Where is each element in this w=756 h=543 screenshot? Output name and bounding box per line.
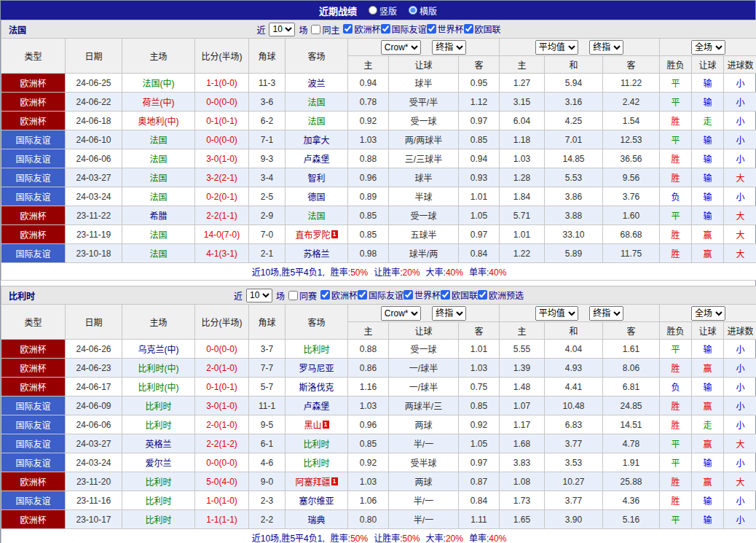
competition-filter[interactable]: 欧国联: [441, 289, 478, 301]
competition-checkbox[interactable]: [358, 290, 367, 300]
home-team[interactable]: 法国: [149, 249, 167, 259]
match-score[interactable]: 5-0(4-0): [206, 477, 237, 487]
competition-type[interactable]: 国际友谊: [1, 130, 66, 149]
match-score[interactable]: 14-0(7-0): [204, 230, 240, 240]
away-team[interactable]: 比利时: [303, 345, 329, 355]
competition-filter[interactable]: 欧洲杯: [320, 289, 358, 301]
home-team[interactable]: 希腊: [149, 211, 167, 222]
competition-filter[interactable]: 世界杯: [403, 289, 441, 301]
away-team[interactable]: 比利时: [303, 440, 329, 450]
home-team[interactable]: 法国: [149, 136, 167, 146]
competition-checkbox[interactable]: [403, 290, 413, 300]
home-team[interactable]: 比利时: [145, 402, 171, 412]
match-score[interactable]: 0-2(0-1): [206, 192, 237, 202]
match-score[interactable]: 1-0(1-0): [206, 496, 237, 506]
match-score[interactable]: 2-0(1-0): [206, 420, 237, 430]
competition-type[interactable]: 国际友谊: [1, 491, 66, 510]
euro-avg-select[interactable]: 平均值: [535, 306, 578, 321]
match-score[interactable]: 0-0(0-0): [206, 344, 237, 354]
competition-filter[interactable]: 国际友谊: [358, 289, 403, 301]
competition-type[interactable]: 欧洲杯: [1, 340, 66, 359]
away-team[interactable]: 卢森堡: [303, 155, 329, 165]
layout-vertical-option[interactable]: 竖版: [369, 4, 397, 17]
match-score[interactable]: 1-1(1-1): [206, 515, 237, 525]
competition-type[interactable]: 欧洲杯: [1, 472, 66, 491]
away-team[interactable]: 卢森堡: [303, 402, 329, 412]
home-team[interactable]: 比利时: [145, 515, 171, 526]
home-team[interactable]: 比利时(中): [138, 364, 179, 374]
home-team[interactable]: 法国: [149, 230, 167, 241]
home-team[interactable]: 英格兰: [145, 440, 171, 450]
away-team[interactable]: 塞尔维亚: [299, 496, 334, 507]
competition-type[interactable]: 国际友谊: [1, 415, 66, 434]
match-score[interactable]: 0-1(0-1): [206, 116, 237, 126]
competition-checkbox[interactable]: [464, 24, 473, 34]
away-team[interactable]: 罗马尼亚: [299, 364, 334, 374]
match-count-select[interactable]: 10: [269, 23, 295, 36]
competition-type[interactable]: 国际友谊: [1, 453, 66, 472]
away-team[interactable]: 瑞典: [307, 515, 325, 526]
layout-horizontal-option[interactable]: 横版: [409, 4, 437, 17]
euro-avg-select[interactable]: 平均值: [535, 40, 578, 55]
match-score[interactable]: 2-2(1-1): [206, 211, 237, 221]
asian-odds-time-select[interactable]: 终指: [432, 40, 466, 55]
same-checkbox[interactable]: [288, 291, 298, 300]
competition-type[interactable]: 欧洲杯: [1, 206, 66, 225]
home-team[interactable]: 比利时(中): [138, 383, 179, 393]
euro-odds-time-select[interactable]: 终指: [589, 306, 623, 321]
bookmaker-select[interactable]: Crow*: [381, 40, 421, 55]
away-team[interactable]: 加拿大: [303, 136, 329, 146]
scope-select[interactable]: 全场: [691, 40, 725, 55]
match-score[interactable]: 3-0(1-0): [206, 154, 237, 164]
competition-checkbox[interactable]: [441, 290, 450, 300]
match-score[interactable]: 0-0(0-0): [206, 458, 237, 468]
same-filter[interactable]: 同赛: [288, 289, 317, 302]
scope-select[interactable]: 全场: [691, 306, 725, 321]
competition-type[interactable]: 欧洲杯: [1, 74, 66, 93]
match-score[interactable]: 0-0(0-0): [206, 97, 237, 107]
bookmaker-select[interactable]: Crow*: [381, 306, 421, 321]
asian-odds-time-select[interactable]: 终指: [432, 306, 466, 321]
home-team[interactable]: 爱尔兰: [145, 458, 171, 469]
away-team[interactable]: 法国: [307, 211, 325, 222]
competition-checkbox[interactable]: [320, 290, 330, 300]
vertical-radio[interactable]: [369, 6, 377, 15]
competition-type[interactable]: 国际友谊: [1, 396, 66, 415]
competition-type[interactable]: 国际友谊: [1, 149, 66, 168]
away-team[interactable]: 法国: [307, 117, 325, 127]
same-filter[interactable]: 同主: [311, 23, 339, 36]
home-team[interactable]: 比利时: [145, 477, 171, 488]
away-team[interactable]: 德国: [307, 192, 325, 203]
home-team[interactable]: 荷兰(中): [143, 98, 175, 108]
home-team[interactable]: 法国(中): [143, 79, 175, 89]
competition-type[interactable]: 欧洲杯: [1, 359, 66, 378]
competition-type[interactable]: 欧洲杯: [1, 510, 66, 529]
match-score[interactable]: 3-0(1-0): [206, 401, 237, 411]
competition-type[interactable]: 欧洲杯: [1, 225, 66, 244]
competition-filter[interactable]: 欧洲预选: [478, 289, 524, 301]
competition-type[interactable]: 欧洲杯: [1, 112, 66, 130]
match-score[interactable]: 4-1(3-1): [206, 249, 237, 259]
away-team[interactable]: 波兰: [307, 79, 325, 89]
competition-checkbox[interactable]: [478, 290, 487, 300]
competition-type[interactable]: 国际友谊: [1, 434, 66, 453]
away-team[interactable]: 比利时: [303, 458, 329, 469]
home-team[interactable]: 法国: [149, 192, 167, 203]
match-score[interactable]: 1-1(0-0): [206, 78, 237, 88]
match-count-select[interactable]: 10: [246, 289, 272, 302]
competition-checkbox[interactable]: [381, 24, 390, 34]
home-team[interactable]: 比利时: [145, 421, 171, 431]
away-team[interactable]: 直布罗陀: [295, 230, 330, 241]
home-team[interactable]: 乌克兰(中): [138, 345, 179, 355]
euro-odds-time-select[interactable]: 终指: [589, 40, 623, 55]
away-team[interactable]: 斯洛伐克: [299, 383, 334, 393]
competition-filter[interactable]: 欧洲杯: [343, 23, 380, 35]
horizontal-radio[interactable]: [409, 6, 417, 15]
competition-type[interactable]: 欧洲杯: [1, 378, 66, 396]
home-team[interactable]: 法国: [149, 173, 167, 184]
away-team[interactable]: 智利: [307, 173, 325, 184]
away-team[interactable]: 法国: [307, 98, 325, 108]
competition-type[interactable]: 国际友谊: [1, 187, 66, 206]
home-team[interactable]: 比利时: [145, 496, 171, 507]
away-team[interactable]: 阿塞拜疆: [295, 477, 330, 488]
